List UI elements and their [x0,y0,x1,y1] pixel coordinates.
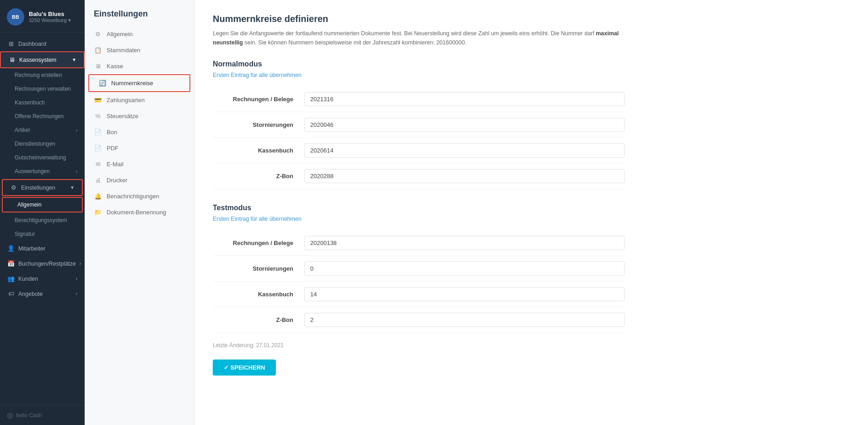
normalmodus-stornierungen-input[interactable] [304,118,625,132]
testmodus-stornierungen-input[interactable] [304,262,625,276]
normalmodus-rechnungen-group: Rechnungen / Belege [213,87,625,112]
sidebar-item-artikel[interactable]: Artikel › [0,123,85,137]
settings-nav-nummernkreise[interactable]: 🔄 Nummernkreise [88,74,190,92]
testmodus-rechnungen-input[interactable] [304,236,625,250]
settings-nav-item-label: Bon [107,129,117,136]
normalmodus-zbon-label: Z-Bon [213,173,304,180]
normalmodus-rechnungen-input[interactable] [304,92,625,106]
sidebar-item-label: Signatur [15,231,35,237]
normalmodus-kassenbuch-group: Kassenbuch [213,138,625,163]
sidebar-item-offene-rechnungen[interactable]: Offene Rechnungen [0,109,85,123]
settings-nav-kasse[interactable]: 🖥 Kasse [85,58,194,74]
settings-nav-item-label: Drucker [107,177,128,184]
testmodus-rechnungen-group: Rechnungen / Belege [213,230,625,256]
normalmodus-stornierungen-label: Stornierungen [213,121,304,128]
settings-kasse-icon: 🖥 [94,63,102,70]
settings-stammdaten-icon: 📋 [94,47,102,54]
sidebar-item-label: Kunden [18,276,38,282]
testmodus-zbon-label: Z-Bon [213,316,304,323]
settings-nav-item-label: Kasse [107,63,123,70]
sidebar-item-rechnung-erstellen[interactable]: Rechnung erstellen [0,68,85,82]
chevron-right-icon: › [76,291,77,296]
chevron-right-icon: › [76,128,77,133]
settings-nav-bon[interactable]: 📄 Bon [85,124,194,140]
settings-dokument-icon: 📁 [94,209,102,216]
settings-nav-benachrichtigungen[interactable]: 🔔 Benachrichtigungen [85,188,194,204]
sidebar-item-kassenbuch[interactable]: Kassenbuch [0,96,85,109]
sidebar-item-label: Auswertungen [15,168,50,174]
normalmodus-first-entry-link[interactable]: Ersten Eintrag für alle übernehmen [213,72,850,78]
sidebar-logo: BB Balu's Blues 3250 Wieselburg ▾ [0,0,85,33]
testmodus-zbon-input[interactable] [304,313,625,327]
settings-nav-item-label: Steuersätze [107,113,138,120]
sidebar-item-mitarbeiter[interactable]: 👤 Mitarbeiter [0,241,85,256]
settings-navigation: Einstellungen ⚙ Allgemein 📋 Stammdaten 🖥… [85,0,194,425]
sidebar-item-label: Kassensystem [19,57,56,63]
page-description: Legen Sie die Anfangswerte der fortlaufe… [213,29,625,47]
testmodus-kassenbuch-input[interactable] [304,287,625,301]
settings-zahlungsarten-icon: 💳 [94,97,102,104]
sidebar-item-label: Artikel [15,127,30,133]
sidebar-item-buchungen[interactable]: 📅 Buchungen/Restplätze › [0,256,85,271]
sidebar-item-allgemein[interactable]: Allgemein [2,197,83,212]
sidebar-item-label: Mitarbeiter [18,245,45,252]
chevron-right-icon: › [80,261,81,266]
sidebar-item-angebote[interactable]: 🏷 Angebote › [0,286,85,301]
testmodus-kassenbuch-group: Kassenbuch [213,282,625,307]
normalmodus-stornierungen-group: Stornierungen [213,112,625,138]
settings-nav-title: Einstellungen [85,9,194,26]
settings-nav-email[interactable]: ✉ E-Mail [85,156,194,172]
kassensystem-icon: 🖥 [8,56,16,63]
sidebar: BB Balu's Blues 3250 Wieselburg ▾ ⊞ Dash… [0,0,85,425]
sidebar-item-dienstleistungen[interactable]: Dienstleistungen [0,137,85,151]
company-name: Balu's Blues [29,11,71,17]
settings-nav-item-label: Nummernkreise [111,80,153,87]
buchungen-icon: 📅 [7,260,15,267]
settings-nummernkreise-icon: 🔄 [98,80,107,87]
testmodus-rechnungen-label: Rechnungen / Belege [213,240,304,246]
sidebar-navigation: ⊞ Dashboard 🖥 Kassensystem ▼ Rechnung er… [0,33,85,405]
page-title: Nummernkreise definieren [213,14,850,24]
einstellungen-icon: ⚙ [10,184,17,191]
sidebar-item-label: Rechnung erstellen [15,72,62,78]
settings-nav-zahlungsarten[interactable]: 💳 Zahlungsarten [85,92,194,108]
settings-drucker-icon: 🖨 [94,177,102,184]
sidebar-item-label: Rechnungen verwalten [15,86,71,92]
settings-nav-stammdaten[interactable]: 📋 Stammdaten [85,42,194,58]
settings-nav-dokument-benennung[interactable]: 📁 Dokument-Benennung [85,204,194,220]
settings-nav-pdf[interactable]: 📄 PDF [85,140,194,156]
sidebar-item-label: Einstellungen [21,185,55,191]
testmodus-first-entry-link[interactable]: Ersten Eintrag für alle übernehmen [213,216,850,222]
sidebar-item-kunden[interactable]: 👥 Kunden › [0,271,85,286]
settings-email-icon: ✉ [94,161,102,168]
dashboard-icon: ⊞ [7,40,15,47]
testmodus-title: Testmodus [213,204,850,212]
sidebar-item-auswertungen[interactable]: Auswertungen › [0,164,85,178]
settings-nav-item-label: Benachrichtigungen [107,193,159,200]
testmodus-zbon-group: Z-Bon [213,307,625,333]
sidebar-item-berechtigungssystem[interactable]: Berechtigungssystem [0,213,85,227]
last-change-label: Letzte Änderung: 27.01.2021 [213,342,850,349]
settings-pdf-icon: 📄 [94,145,102,152]
main-content: Nummernkreise definieren Legen Sie die A… [194,0,868,425]
sidebar-item-einstellungen[interactable]: ⚙ Einstellungen ▼ [2,179,83,196]
sidebar-item-signatur[interactable]: Signatur [0,227,85,241]
settings-nav-item-label: Zahlungsarten [107,97,145,104]
sidebar-item-gutscheinverwaltung[interactable]: Gutscheinverwaltung [0,151,85,164]
sidebar-item-dashboard[interactable]: ⊞ Dashboard [0,36,85,51]
company-location: 3250 Wieselburg ▾ [29,17,71,23]
normalmodus-kassenbuch-input[interactable] [304,143,625,158]
kunden-icon: 👥 [7,275,15,282]
settings-nav-item-label: Stammdaten [107,47,140,54]
sidebar-item-kassensystem[interactable]: 🖥 Kassensystem ▼ [0,51,85,68]
settings-nav-drucker[interactable]: 🖨 Drucker [85,172,194,188]
settings-nav-steuersaetze[interactable]: % Steuersätze [85,108,194,124]
normalmodus-zbon-input[interactable] [304,169,625,183]
normalmodus-section: Normalmodus Ersten Eintrag für alle über… [213,60,850,189]
sidebar-item-rechnungen-verwalten[interactable]: Rechnungen verwalten [0,82,85,96]
save-button[interactable]: ✓ SPEICHERN [213,360,276,376]
chevron-right-icon: › [76,169,77,174]
hellocash-logo-text: hello Cash [16,412,42,419]
settings-nav-allgemein[interactable]: ⚙ Allgemein [85,26,194,42]
sidebar-item-label: Dienstleistungen [15,141,55,147]
